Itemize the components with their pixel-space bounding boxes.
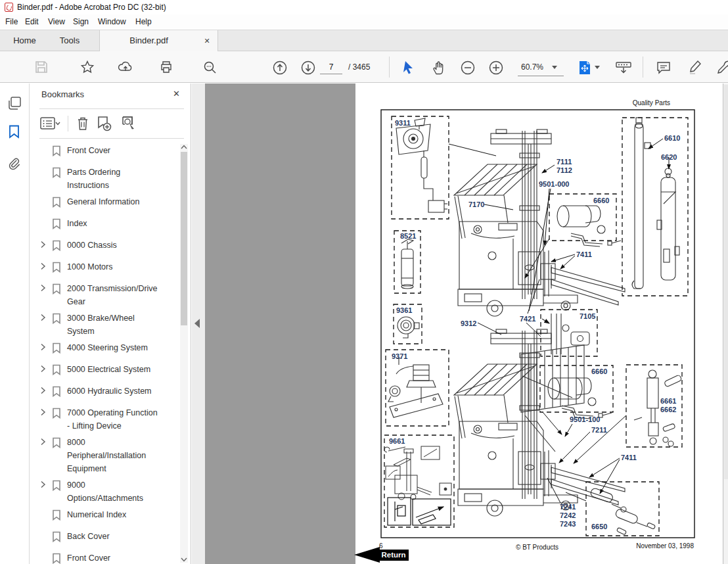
bookmark-item[interactable]: Front Cover (30, 552, 173, 564)
select-tool-button[interactable] (401, 60, 415, 74)
bookmarks-close-icon[interactable]: ✕ (173, 89, 180, 99)
highlight-button[interactable] (687, 60, 701, 74)
return-link[interactable]: Return (354, 547, 410, 563)
bookmark-item[interactable]: 4000 Steering System (30, 341, 173, 354)
part-label[interactable]: 9371 (392, 352, 407, 360)
bookmark-item[interactable]: Numerical Index (30, 508, 173, 521)
part-label[interactable]: 6660 (593, 197, 609, 204)
panel-splitter[interactable] (192, 83, 205, 564)
expand-chevron-icon[interactable] (39, 241, 47, 248)
bookmark-options-icon[interactable] (40, 116, 56, 131)
fit-page-button[interactable] (577, 60, 591, 74)
menu-view[interactable]: View (48, 17, 65, 26)
part-label[interactable]: 9361 (396, 306, 412, 314)
tab-document[interactable]: Binder.pdf ✕ (99, 30, 218, 52)
search-button[interactable] (202, 60, 217, 74)
bookmarks-scrollbar[interactable] (180, 144, 188, 563)
hand-tool-button[interactable] (430, 60, 445, 74)
bookmark-item[interactable]: 9000 Options/Attachments (30, 479, 173, 505)
part-label[interactable]: 6660 (591, 367, 607, 375)
tab-home[interactable]: Home (0, 30, 49, 51)
bookmark-item[interactable]: 6000 Hydraulic System (30, 385, 173, 398)
bookmark-item[interactable]: 5000 Electrical System (30, 363, 173, 376)
part-label[interactable]: 7170 (468, 200, 484, 208)
menu-help[interactable]: Help (135, 17, 152, 26)
part-label[interactable]: 8521 (400, 232, 416, 240)
part-label[interactable]: 9311 (395, 119, 411, 127)
find-bookmark-icon[interactable] (120, 116, 136, 131)
presentation-mode-button[interactable] (615, 60, 629, 74)
expand-chevron-icon[interactable] (39, 314, 47, 321)
part-label[interactable]: 7211 (591, 426, 607, 434)
part-label[interactable]: 7111 (557, 158, 572, 166)
fit-dropdown-caret[interactable] (595, 66, 600, 69)
delete-bookmark-icon[interactable] (75, 116, 91, 131)
part-label[interactable]: 7411 (576, 250, 592, 258)
bookmark-item[interactable]: Front Cover (30, 144, 173, 157)
star-button[interactable] (80, 60, 95, 74)
bookmark-item[interactable]: 7000 Operating Function - Lifting Device (30, 406, 173, 433)
menu-sign[interactable]: Sign (73, 17, 89, 26)
bookmark-item[interactable]: 2000 Transmission/Drive Gear (30, 282, 173, 308)
part-label[interactable]: 6661 (660, 397, 676, 405)
fill-sign-button[interactable] (716, 60, 728, 74)
bookmark-icon (52, 197, 61, 208)
add-bookmark-icon[interactable] (96, 116, 112, 131)
part-label[interactable]: 7241 (560, 503, 576, 511)
tab-close-icon[interactable]: ✕ (202, 35, 212, 46)
page-number-input[interactable] (320, 60, 342, 74)
expand-chevron-icon[interactable] (39, 438, 47, 446)
bookmark-icon (52, 531, 61, 542)
expand-chevron-icon[interactable] (39, 387, 47, 394)
part-label[interactable]: 9501-100 (570, 415, 601, 423)
expand-chevron-icon[interactable] (39, 481, 47, 488)
part-label[interactable]: 6620 (661, 153, 677, 161)
bookmarks-panel-icon[interactable] (9, 125, 23, 139)
bookmark-item[interactable]: Parts Ordering Instructions (30, 166, 173, 192)
bookmark-item[interactable]: General Information (30, 195, 173, 208)
part-label[interactable]: 9661 (389, 437, 405, 445)
menu-window[interactable]: Window (98, 17, 126, 26)
menu-edit[interactable]: Edit (25, 17, 39, 26)
part-label[interactable]: 7105 (580, 312, 595, 320)
zoom-out-button[interactable] (460, 60, 474, 74)
zoom-dropdown-caret[interactable] (552, 66, 557, 69)
part-label[interactable]: 6662 (660, 406, 676, 413)
share-cloud-button[interactable] (118, 60, 132, 74)
bookmark-item[interactable]: Back Cover (30, 530, 173, 543)
zoom-in-button[interactable] (488, 60, 503, 74)
expand-chevron-icon[interactable] (39, 408, 47, 416)
expand-chevron-icon[interactable] (39, 365, 47, 373)
part-label[interactable]: 6650 (591, 523, 607, 530)
attachments-icon[interactable] (7, 157, 22, 172)
part-label[interactable]: 7112 (557, 166, 572, 174)
previous-page-button[interactable] (272, 60, 286, 74)
next-page-button[interactable] (300, 60, 315, 74)
part-label[interactable]: 7421 (520, 315, 535, 323)
comment-button[interactable] (656, 60, 670, 74)
print-button[interactable] (159, 60, 173, 74)
part-label[interactable]: 9501-000 (539, 180, 570, 188)
part-label[interactable]: 6610 (664, 134, 680, 142)
bookmark-item[interactable]: 3000 Brake/Wheel System (30, 312, 173, 338)
bookmark-item[interactable]: 0000 Chassis (30, 239, 173, 252)
document-scrollbar[interactable] (723, 83, 728, 564)
part-label[interactable]: 7411 (621, 454, 637, 461)
expand-chevron-icon[interactable] (39, 343, 47, 351)
expand-chevron-icon[interactable] (39, 262, 47, 270)
bookmark-item[interactable]: 1000 Motors (30, 260, 173, 273)
expand-chevron-icon[interactable] (39, 284, 47, 292)
part-label[interactable]: 9312 (461, 319, 476, 327)
part-label[interactable]: 7243 (560, 520, 576, 528)
bookmark-item[interactable]: Index (30, 217, 173, 230)
bookmark-label: 8000 Peripheral/Installation Equipment (67, 436, 173, 475)
save-button[interactable] (34, 60, 49, 74)
part-label[interactable]: 7242 (560, 511, 576, 519)
menu-file[interactable]: File (5, 17, 18, 26)
title-bar: Binder.pdf - Adobe Acrobat Pro DC (32-bi… (0, 0, 728, 14)
tab-tools[interactable]: Tools (49, 30, 90, 51)
page-thumbnails-icon[interactable] (7, 96, 22, 110)
zoom-level-label[interactable]: 60.7% (521, 62, 543, 72)
collapse-panel-icon[interactable] (194, 319, 200, 328)
bookmark-item[interactable]: 8000 Peripheral/Installation Equipment (30, 436, 173, 475)
